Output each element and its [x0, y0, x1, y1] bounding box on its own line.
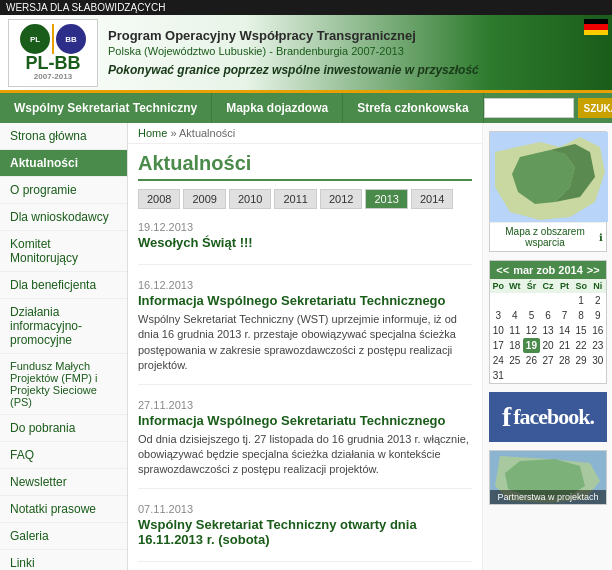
news-title-1[interactable]: Informacja Wspólnego Sekretariatu Techni…: [138, 293, 472, 308]
map-widget: Mapa z obszarem wsparcia ℹ: [489, 131, 607, 252]
year-tab-2014[interactable]: 2014: [411, 189, 453, 209]
year-tab-2010[interactable]: 2010: [229, 189, 271, 209]
cal-day-empty-9: [556, 368, 573, 383]
sidebar-item-faq[interactable]: FAQ: [0, 442, 127, 469]
search-input[interactable]: [484, 98, 574, 118]
cal-day-16[interactable]: 16: [589, 323, 606, 338]
cal-day-11[interactable]: 11: [507, 323, 524, 338]
cal-day-26[interactable]: 26: [523, 353, 540, 368]
sidebar-item-links[interactable]: Linki: [0, 550, 127, 570]
breadcrumb-separator: »: [170, 127, 176, 139]
search-button[interactable]: SZUKAJ: [578, 98, 612, 118]
cal-day-29[interactable]: 29: [573, 353, 590, 368]
cal-day-21[interactable]: 21: [556, 338, 573, 353]
cal-header-sr: Śr: [523, 279, 540, 293]
cal-day-1[interactable]: 1: [573, 293, 590, 308]
cal-day-25[interactable]: 25: [507, 353, 524, 368]
header: PL BB PL-BB 2007-2013 Program Operacyjny…: [0, 15, 612, 93]
cal-header-wt: Wt: [507, 279, 524, 293]
map-label: Mapa z obszarem wsparcia ℹ: [490, 222, 606, 251]
cal-day-5[interactable]: 5: [523, 308, 540, 323]
year-tab-2012[interactable]: 2012: [320, 189, 362, 209]
cal-header-ni: Ni: [589, 279, 606, 293]
cal-day-24[interactable]: 24: [490, 353, 507, 368]
year-tab-2013[interactable]: 2013: [365, 189, 407, 209]
cal-day-23[interactable]: 23: [589, 338, 606, 353]
sidebar: Strona główna Aktualności O programie Dl…: [0, 123, 128, 570]
news-title-3[interactable]: Wspólny Sekretariat Techniczny otwarty d…: [138, 517, 472, 547]
cal-day-2[interactable]: 2: [589, 293, 606, 308]
partnership-label: Partnerstwa w projektach: [490, 490, 606, 504]
sidebar-item-press[interactable]: Notatki prasowe: [0, 496, 127, 523]
header-slogan: Pokonywać granice poprzez wspólne inwest…: [108, 63, 604, 77]
news-title-0[interactable]: Wesołych Świąt !!!: [138, 235, 472, 250]
sidebar-item-beneficiaries[interactable]: Dla beneficjenta: [0, 272, 127, 299]
cal-day-6[interactable]: 6: [540, 308, 557, 323]
year-tab-2008[interactable]: 2008: [138, 189, 180, 209]
sidebar-item-news[interactable]: Aktualności: [0, 150, 127, 177]
cal-day-8[interactable]: 8: [573, 308, 590, 323]
cal-day-22[interactable]: 22: [573, 338, 590, 353]
nav-item-map[interactable]: Mapka dojazdowa: [212, 93, 343, 123]
flag-icon: [584, 19, 608, 35]
nav-item-wst[interactable]: Wspólny Sekretariat Techniczny: [0, 93, 212, 123]
cal-day-17[interactable]: 17: [490, 338, 507, 353]
cal-day-31[interactable]: 31: [490, 368, 507, 383]
cal-day-19[interactable]: 19: [523, 338, 540, 353]
calendar-grid: Po Wt Śr Cz Pt So Ni 1 2 3 4 5 6 7 8: [490, 279, 606, 383]
sidebar-item-applicants[interactable]: Dla wnioskodawcy: [0, 204, 127, 231]
cal-day-empty-10: [573, 368, 590, 383]
nav-item-members[interactable]: Strefa członkowska: [343, 93, 483, 123]
cal-header-cz: Cz: [540, 279, 557, 293]
news-item-3: 07.11.2013 Wspólny Sekretariat Techniczn…: [138, 503, 472, 562]
cal-day-18[interactable]: 18: [507, 338, 524, 353]
cal-day-20[interactable]: 20: [540, 338, 557, 353]
cal-day-30[interactable]: 30: [589, 353, 606, 368]
sidebar-item-download[interactable]: Do pobrania: [0, 415, 127, 442]
sidebar-item-committee[interactable]: Komitet Monitorujący: [0, 231, 127, 272]
cal-day-28[interactable]: 28: [556, 353, 573, 368]
map-info-icon[interactable]: ℹ: [599, 232, 603, 243]
cal-day-14[interactable]: 14: [556, 323, 573, 338]
header-main-title: Program Operacyjny Współpracy Transgrani…: [108, 28, 604, 45]
cal-day-13[interactable]: 13: [540, 323, 557, 338]
cal-day-12[interactable]: 12: [523, 323, 540, 338]
logo-years: 2007-2013: [34, 72, 72, 81]
news-item-0: 19.12.2013 Wesołych Świąt !!!: [138, 221, 472, 265]
cal-day-empty-5: [556, 293, 573, 308]
sidebar-item-newsletter[interactable]: Newsletter: [0, 469, 127, 496]
breadcrumb-home[interactable]: Home: [138, 127, 167, 139]
logo: PL BB PL-BB 2007-2013: [8, 19, 98, 87]
year-tab-2011[interactable]: 2011: [274, 189, 316, 209]
cal-day-4[interactable]: 4: [507, 308, 524, 323]
cal-next-btn[interactable]: >>: [587, 264, 600, 276]
sidebar-item-home[interactable]: Strona główna: [0, 123, 127, 150]
search-area: SZUKAJ: [484, 98, 612, 118]
news-title-2[interactable]: Informacja Wspólnego Sekretariatu Techni…: [138, 413, 472, 428]
map-area[interactable]: [490, 132, 608, 222]
center-panel: Home » Aktualności Aktualności 2008 2009…: [128, 123, 482, 570]
sidebar-item-fund[interactable]: Fundusz Małych Projektów (FMP) i Projekt…: [0, 354, 127, 415]
cal-header-so: So: [573, 279, 590, 293]
breadcrumb-current: Aktualności: [179, 127, 235, 139]
year-tab-2009[interactable]: 2009: [183, 189, 225, 209]
page-title: Aktualności: [138, 152, 472, 181]
sidebar-item-info[interactable]: Działania informacyjno-promocyjne: [0, 299, 127, 354]
partnership-widget[interactable]: Partnerstwa w projektach: [489, 450, 607, 505]
facebook-widget[interactable]: f facebook.: [489, 392, 607, 442]
news-date-2: 27.11.2013: [138, 399, 472, 411]
accessibility-label: WERSJA DLA SŁABOWIDZĄCYCH: [6, 2, 165, 13]
cal-day-9[interactable]: 9: [589, 308, 606, 323]
cal-day-27[interactable]: 27: [540, 353, 557, 368]
sidebar-item-gallery[interactable]: Galeria: [0, 523, 127, 550]
cal-day-empty-8: [540, 368, 557, 383]
cal-day-empty-2: [507, 293, 524, 308]
sidebar-item-about[interactable]: O programie: [0, 177, 127, 204]
cal-day-10[interactable]: 10: [490, 323, 507, 338]
cal-day-empty-4: [540, 293, 557, 308]
cal-day-7[interactable]: 7: [556, 308, 573, 323]
cal-prev-btn[interactable]: <<: [496, 264, 509, 276]
cal-day-15[interactable]: 15: [573, 323, 590, 338]
year-tabs: 2008 2009 2010 2011 2012 2013 2014: [138, 189, 472, 209]
cal-day-3[interactable]: 3: [490, 308, 507, 323]
